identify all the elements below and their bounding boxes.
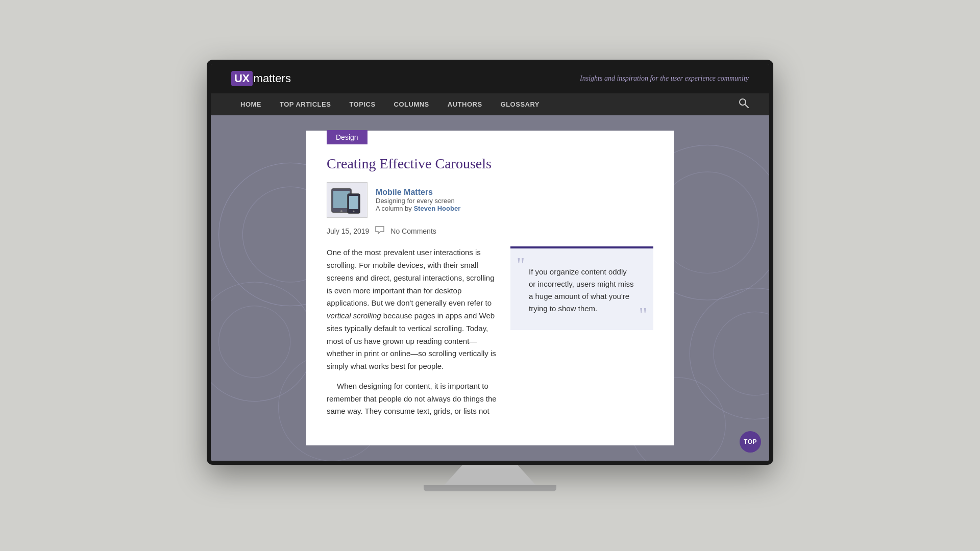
article-title: Creating Effective Carousels bbox=[327, 155, 653, 172]
svg-point-14 bbox=[340, 210, 342, 212]
column-info: Mobile Matters Designing for every scree… bbox=[327, 182, 653, 218]
svg-point-9 bbox=[690, 288, 769, 419]
article-body: One of the most prevalent user interacti… bbox=[327, 246, 653, 425]
author-link[interactable]: Steven Hoober bbox=[413, 205, 460, 212]
article-date: July 15, 2019 bbox=[327, 227, 369, 235]
svg-point-0 bbox=[740, 99, 746, 105]
nav-topics[interactable]: TOPICS bbox=[340, 93, 384, 115]
article-paragraph-1: One of the most prevalent user interacti… bbox=[327, 246, 498, 373]
column-by: A column by Steven Hoober bbox=[376, 205, 460, 212]
comments-link[interactable]: No Comments bbox=[390, 227, 436, 235]
content-bg: Design Creating Effective Carousels bbox=[211, 115, 769, 461]
column-description: Designing for every screen bbox=[376, 197, 460, 205]
column-name: Mobile Matters bbox=[376, 188, 460, 197]
svg-point-5 bbox=[219, 306, 290, 378]
nav-links: HOME TOP ARTICLES TOPICS COLUMNS AUTHORS… bbox=[231, 93, 549, 115]
nav-columns[interactable]: COLUMNS bbox=[385, 93, 438, 115]
monitor-frame: UX matters Insights and inspiration for … bbox=[207, 60, 773, 465]
pullquote-box: " If you organize content oddly or incor… bbox=[510, 246, 653, 330]
pullquote-text: If you organize content oddly or incorre… bbox=[521, 261, 643, 320]
pullquote-close-mark: " bbox=[639, 305, 647, 325]
nav-glossary[interactable]: GLOSSARY bbox=[492, 93, 549, 115]
svg-rect-13 bbox=[333, 191, 350, 208]
monitor-base bbox=[424, 485, 556, 491]
article-card: Design Creating Effective Carousels bbox=[306, 131, 674, 445]
svg-line-1 bbox=[745, 105, 748, 108]
tagline: Insights and inspiration for the user ex… bbox=[580, 74, 749, 83]
article-text: One of the most prevalent user interacti… bbox=[327, 246, 498, 425]
column-text: Mobile Matters Designing for every scree… bbox=[376, 188, 460, 212]
site-header: UX matters Insights and inspiration for … bbox=[211, 64, 769, 93]
column-thumbnail bbox=[327, 182, 368, 218]
nav-bar: HOME TOP ARTICLES TOPICS COLUMNS AUTHORS… bbox=[211, 93, 769, 115]
monitor-screen: UX matters Insights and inspiration for … bbox=[211, 64, 769, 461]
article-paragraph-2: When designing for content, it is import… bbox=[327, 380, 498, 418]
category-badge[interactable]: Design bbox=[327, 131, 653, 155]
top-button[interactable]: TOP bbox=[740, 431, 761, 453]
svg-rect-16 bbox=[349, 196, 358, 209]
logo-matters: matters bbox=[254, 72, 291, 85]
nav-home[interactable]: HOME bbox=[231, 93, 271, 115]
svg-point-4 bbox=[211, 282, 314, 402]
nav-top-articles[interactable]: TOP ARTICLES bbox=[271, 93, 340, 115]
logo-ux: UX bbox=[231, 71, 253, 86]
search-icon[interactable] bbox=[739, 98, 749, 111]
nav-authors[interactable]: AUTHORS bbox=[438, 93, 492, 115]
article-meta: July 15, 2019 No Comments bbox=[327, 226, 653, 236]
svg-point-10 bbox=[714, 312, 769, 395]
logo[interactable]: UX matters bbox=[231, 71, 291, 86]
pullquote-open-mark: " bbox=[517, 255, 525, 275]
monitor-stand bbox=[444, 465, 536, 485]
comment-icon bbox=[375, 226, 384, 236]
svg-point-17 bbox=[353, 211, 355, 212]
